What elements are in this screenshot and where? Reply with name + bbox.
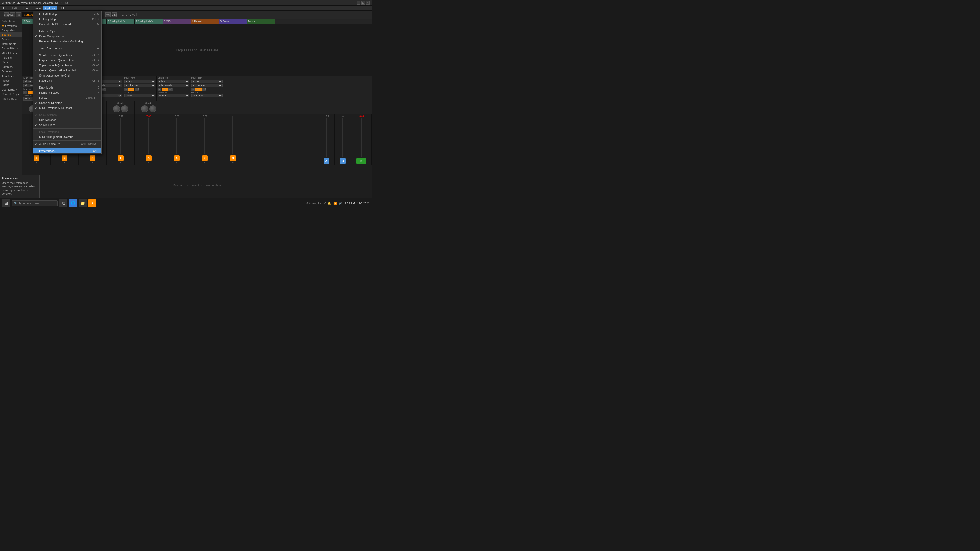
browser-icon[interactable]: 🌐 [69,199,77,207]
search-bar[interactable]: 🔍 Type here to search [12,200,58,206]
mon-auto-6[interactable]: Auto [128,88,135,91]
start-icon[interactable]: ⊞ [2,199,10,207]
follow-button[interactable]: Follow [3,13,9,17]
menu-snap-auto-grid[interactable]: Snap Automation to Grid [33,73,101,78]
menu-highlight-scales[interactable]: ✓ Highlight Scales K [33,90,101,95]
mon-in-6[interactable]: In [124,88,128,91]
fader-handle-4[interactable] [119,136,122,137]
sidebar-item-packs[interactable]: Packs [0,83,22,87]
midi-from-sel-8[interactable]: All Ins [191,79,223,83]
menu-help[interactable]: Help [57,6,67,10]
sidebar-item-plugins[interactable]: Plug-Ins [0,56,22,60]
midi-button[interactable]: MIDI [111,13,117,17]
fader-track-6[interactable] [177,118,177,154]
menu-create[interactable]: Create [20,6,32,10]
fader-track-7[interactable] [204,118,205,154]
menu-edit-midi-map[interactable]: Edit MIDI Map Ctrl+M [33,11,101,17]
sidebar-item-samples[interactable]: Samples [0,65,22,69]
taskview-icon[interactable]: ⧉ [59,199,67,207]
menu-time-ruler-format[interactable]: Time Ruler Format ▶ [33,46,101,51]
menu-external-sync[interactable]: External Sync [33,29,101,34]
menu-draw-mode[interactable]: Draw Mode B [33,85,101,90]
folder-icon[interactable]: 📁 [79,199,87,207]
fader-handle-5[interactable] [147,134,150,135]
sidebar-item-sounds[interactable]: Sounds [0,32,22,37]
menu-larger-launch-q[interactable]: Larger Launch Quantization Ctrl+2 [33,58,101,63]
menu-computer-midi-keyboard[interactable]: Computer MIDI Keyboard M [33,22,101,27]
menu-edit-key-map[interactable]: Edit Key Map Ctrl+K [33,17,101,22]
send-a-knob-6[interactable] [113,105,120,113]
sidebar-item-user-library[interactable]: User Library [0,87,22,92]
menu-edit[interactable]: Edit [10,6,19,10]
track-header-a[interactable]: A Reverb [191,19,219,24]
send-b-knob-6[interactable] [121,105,128,113]
ch3-s-btn[interactable]: S [92,162,93,164]
sidebar-item-templates[interactable]: Templates [0,74,22,78]
track-header-8[interactable]: 8 MIDI [163,19,191,24]
channel-num-1[interactable]: 1 [34,156,39,161]
mon-off-5[interactable]: Off [101,88,106,91]
menu-chase-midi-notes[interactable]: ✓ Chase MIDI Notes [33,100,101,105]
menu-solo-in-place[interactable]: ✓ Solo in Place [33,122,101,127]
fader-track-8[interactable] [232,116,233,154]
sidebar-item-drums[interactable]: Drums [0,37,22,41]
fader-track-b[interactable] [342,118,343,157]
channel-num-3[interactable]: 3 [90,156,95,161]
channel-num-8[interactable]: 8 [230,156,236,161]
channel-num-master[interactable]: M [356,158,366,164]
ext-button[interactable]: Ext [10,13,15,17]
fader-track-4[interactable] [120,118,121,154]
ch5-s-btn[interactable]: S [148,162,149,164]
mon-auto-8[interactable]: Auto [195,88,202,91]
midi-ch-sel-7[interactable]: All Channels [158,84,189,87]
send-a-knob-7[interactable] [141,105,148,113]
menu-smaller-launch-q[interactable]: Smaller Launch Quantization Ctrl+1 [33,52,101,58]
sidebar-item-add-folder[interactable]: Add Folder... [0,97,22,101]
audio-to-sel-6[interactable]: Master [124,94,156,97]
track-header-b[interactable]: B Delay [219,19,247,24]
midi-ch-sel-6[interactable]: All Channels [124,84,156,87]
sidebar-item-clips[interactable]: Clips [0,60,22,65]
key-button[interactable]: Key [105,13,110,17]
sidebar-item-grooves[interactable]: Grooves [0,69,22,74]
ch1-s-btn[interactable]: S [36,162,37,164]
sidebar-item-instruments[interactable]: Instruments [0,41,22,46]
menu-launch-q-enabled[interactable]: ✓ Launch Quantization Enabled Ctrl+4 [33,68,101,73]
mon-in-7[interactable]: In [158,88,161,91]
fader-handle-6[interactable] [175,136,178,137]
menu-fixed-grid[interactable]: Fixed Grid Ctrl+5 [33,78,101,83]
monitor-in-btn[interactable]: In [24,91,27,94]
channel-num-2[interactable]: 2 [62,156,67,161]
mon-off-7[interactable]: Off [169,88,173,91]
sidebar-item-midi-effects[interactable]: MIDI Effects [0,51,22,56]
channel-num-4[interactable]: 4 [118,156,124,161]
mon-in-8[interactable]: In [191,88,195,91]
menu-midi-env-auto-reset[interactable]: ✓ MIDI Envelope Auto-Reset [33,105,101,110]
fader-track-5[interactable] [148,118,149,154]
mon-off-8[interactable]: Off [202,88,207,91]
sidebar-item-audio-effects[interactable]: Audio Effects [0,46,22,51]
sidebar-item-current-project[interactable]: Current Project [0,92,22,97]
audio-to-sel-7[interactable]: Master [158,94,189,97]
track-header-7[interactable]: 7 Analog Lab V [135,19,163,24]
channel-num-6[interactable]: 6 [174,156,180,161]
menu-file[interactable]: File [1,6,10,10]
sidebar-item-favorites[interactable]: ★ Favorites [0,23,22,28]
ch7-s-btn[interactable]: S [204,162,205,164]
fader-handle-7[interactable] [204,136,206,137]
menu-reduced-latency[interactable]: Reduced Latency When Monitoring [33,39,101,44]
menu-options[interactable]: Options [43,6,57,10]
tap-button[interactable]: Tap [16,13,21,17]
channel-num-5[interactable]: 5 [146,156,151,161]
maximize-button[interactable]: □ [361,1,365,5]
ch6-s-btn[interactable]: S [176,162,177,164]
channel-num-b[interactable]: B [340,158,345,164]
ableton-icon[interactable]: A [88,199,97,207]
menu-triplet-launch-q[interactable]: Triplet Launch Quantization Ctrl+3 [33,63,101,68]
track-header-6[interactable]: 6 Analog Lab V [107,19,135,24]
midi-to-sel-8[interactable]: No Output [191,94,223,97]
mon-off-6[interactable]: Off [135,88,140,91]
ch2-s-btn[interactable]: S [64,162,65,164]
midi-ch-sel-8[interactable]: All Channels [191,84,223,87]
track-header-master[interactable]: Master [247,19,275,24]
